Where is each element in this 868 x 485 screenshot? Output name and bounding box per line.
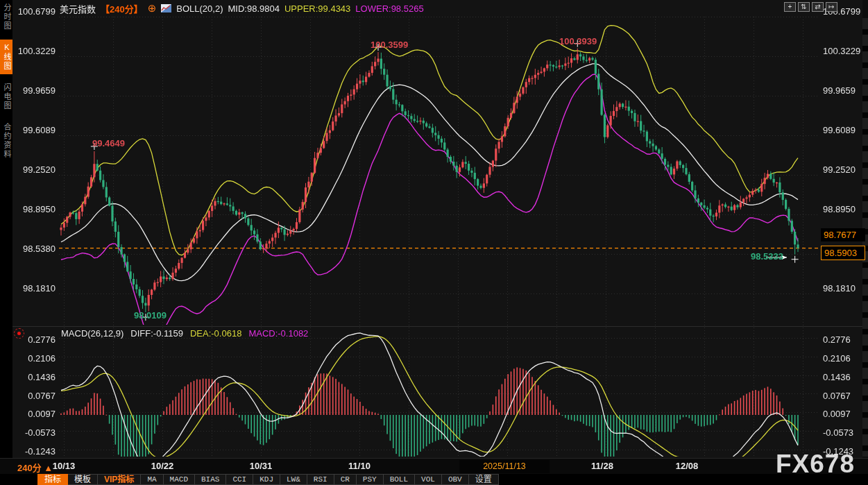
toolbar-button-boll[interactable]: BOLL <box>384 474 415 485</box>
toolbar-button-bias[interactable]: BIAS <box>195 474 226 485</box>
boll-upper-value: UPPER:99.4343 <box>284 3 350 14</box>
toolbar-button-obv[interactable]: OBV <box>442 474 469 485</box>
date-label: 10/31 <box>240 461 282 471</box>
price-axis-label: 98.1810 <box>14 283 56 293</box>
boll-lower-value: LOWER:98.5265 <box>355 3 423 14</box>
date-label: 11/10 <box>339 461 380 471</box>
annotation-swing-low: 98.0109 <box>134 310 167 321</box>
panel-divider <box>12 326 868 327</box>
macd-axis-label: 0.0767 <box>14 391 56 401</box>
scale-vertical-icon[interactable]: ⇅ <box>798 2 810 12</box>
target-icon[interactable]: ⊕ <box>148 3 157 13</box>
symbol-name: 美元指数 <box>60 2 96 15</box>
date-label: 10/22 <box>142 461 183 471</box>
toolbar-button-macd[interactable]: MACD <box>164 474 195 485</box>
price-tag-last: 98.5903 <box>821 246 865 260</box>
macd-axis-label: 0.0097 <box>823 409 866 419</box>
sidebar-tab-time-chart[interactable]: 分时图 <box>0 0 12 34</box>
toolbar-button-vip[interactable]: VIP指标 <box>98 474 141 485</box>
chart-canvas[interactable] <box>0 0 868 485</box>
toolbar-button-template[interactable]: 模板 <box>68 474 98 485</box>
price-axis-label: 98.1810 <box>823 283 866 293</box>
macd-axis-label: 0.0767 <box>823 391 866 401</box>
chart-tool-icons: + ⇅ ⇄ ↦ <box>784 2 837 12</box>
chart-header: 美元指数 【240分】 ⊕ BOLL(20,2) MID:98.9804 UPP… <box>60 2 424 15</box>
toolbar-button-settings[interactable]: 设置 <box>469 474 499 485</box>
shift-chart-icon[interactable]: ↦ <box>826 2 837 12</box>
price-axis-label: 99.6089 <box>14 125 56 135</box>
price-axis-label: 100.3229 <box>14 46 56 56</box>
price-axis-label: 98.8950 <box>14 204 56 214</box>
toolbar-button-kdj[interactable]: KDJ <box>253 474 280 485</box>
toolbar-button-vol[interactable]: VOL <box>415 474 442 485</box>
macd-axis-label: -0.1243 <box>14 446 56 457</box>
toolbar-button-indicator[interactable]: 指标 <box>37 474 68 485</box>
boll-mid-value: MID:98.9804 <box>228 3 280 14</box>
price-axis-label: 99.9659 <box>14 85 56 96</box>
macd-axis-label: 0.1436 <box>823 372 866 382</box>
sidebar-tab-lightning-chart[interactable]: 闪电图 <box>0 80 12 114</box>
price-axis-label: 99.9659 <box>823 85 866 96</box>
toolbar-button-cci[interactable]: CCI <box>226 474 253 485</box>
macd-axis-label: 0.2106 <box>14 353 56 364</box>
sidebar-tab-kline-chart[interactable]: K线图 <box>0 40 12 74</box>
price-axis-label: 98.5380 <box>14 244 56 254</box>
annotation-swing-high: 100.3939 <box>559 36 597 46</box>
price-axis-label: 99.2520 <box>823 164 866 175</box>
macd-params-label: MACD(26,12,9) <box>61 328 124 339</box>
price-axis-label: 100.3229 <box>823 46 866 56</box>
indicator-toolbar: 指标 模板 VIP指标 MA MACD BIAS CCI KDJ LW& RSI… <box>0 474 868 485</box>
toolbar-button-rsi[interactable]: RSI <box>307 474 334 485</box>
toolbar-button-psy[interactable]: PSY <box>357 474 384 485</box>
crosshair-icon[interactable]: + <box>784 2 796 12</box>
macd-axis-label: 0.1436 <box>14 372 56 382</box>
macd-axis-label: 0.2776 <box>823 334 866 345</box>
date-label: 12/08 <box>666 461 708 471</box>
time-axis: 240分 ▲ 10/13 10/22 10/31 11/10 2025/11/1… <box>0 458 868 474</box>
sidebar: 分时图 K线图 闪电图 合约资料 <box>0 0 12 458</box>
annotation-swing-high: 99.4649 <box>92 138 125 148</box>
macd-axis-label: 0.2106 <box>823 353 866 364</box>
price-axis-label: 100.6799 <box>14 6 56 17</box>
date-label: 10/13 <box>43 461 85 471</box>
annotation-swing-low: 98.5333 <box>751 251 783 262</box>
macd-axis-label: -0.0573 <box>823 427 866 438</box>
macd-axis-label: 0.0097 <box>14 409 56 419</box>
price-tag-indicator: 98.7677 <box>821 228 865 241</box>
macd-diff-value: DIFF:-0.1159 <box>130 328 183 339</box>
price-axis-label: 99.6089 <box>823 125 866 135</box>
annotation-swing-high: 100.3599 <box>371 40 408 50</box>
toolbar-button-ma[interactable]: MA <box>141 474 163 485</box>
macd-macd-value: MACD:-0.1082 <box>248 328 308 339</box>
toolbar-button-lw[interactable]: LW& <box>280 474 307 485</box>
price-axis-label: 99.2520 <box>14 164 56 175</box>
sidebar-tab-contract-info[interactable]: 合约资料 <box>0 119 12 162</box>
live-indicator-icon <box>14 328 24 339</box>
chart-type-icon[interactable] <box>161 4 171 12</box>
macd-header: MACD(26,12,9) DIFF:-0.1159 DEA:-0.0618 M… <box>61 328 308 339</box>
date-label: 11/28 <box>581 461 623 471</box>
trading-app-window: 分时图 K线图 闪电图 合约资料 美元指数 【240分】 ⊕ BOLL(20,2… <box>0 0 868 485</box>
toolbar-button-cr[interactable]: CR <box>334 474 357 485</box>
selected-bar-datetime: 2025/11/13 22:00~02:00 四 <box>459 460 550 473</box>
macd-axis-label: -0.0573 <box>14 427 56 438</box>
price-axis-label: 98.8950 <box>823 204 866 214</box>
macd-dea-value: DEA:-0.0618 <box>190 328 241 339</box>
scale-horizontal-icon[interactable]: ⇄ <box>812 2 824 12</box>
boll-params-label: BOLL(20,2) <box>176 3 223 14</box>
period-label: 【240分】 <box>101 2 143 15</box>
